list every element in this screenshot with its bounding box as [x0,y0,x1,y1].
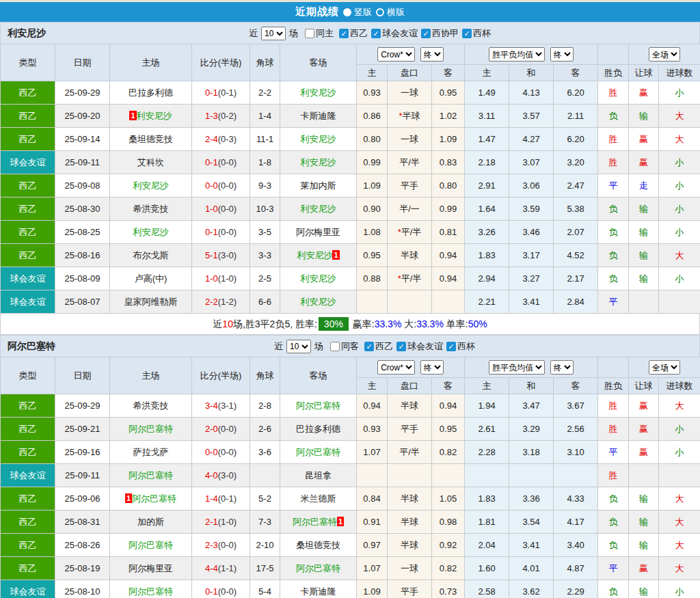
odds-home-cell: 1.09 [357,174,388,198]
team-name-text: 利安尼沙 [301,204,336,214]
avg-draw-cell: 3.07 [509,151,554,174]
result-wl-cell: 负 [598,198,629,221]
recent-count-select[interactable]: 10 [286,340,311,353]
date-cell: 25-08-10 [55,580,110,598]
vertical-radio-label[interactable]: 竖版 [354,6,372,18]
away-team-cell: 阿尔巴塞特1 [280,511,357,534]
result-handicap-cell [629,290,659,314]
col-avg-win: 主 [465,378,509,394]
type-cell: 西乙 [1,174,55,198]
scope-select[interactable]: 全场 [649,47,680,62]
avg-win-cell [465,464,509,487]
col-score: 比分(半场) [192,357,250,394]
avg-draw-cell: 3.06 [509,174,554,198]
result-handicap-cell: 赢 [629,151,659,174]
result-wl-cell: 平 [598,441,629,464]
team-name-text: 利安尼沙 [297,250,332,260]
odds-state-select[interactable]: 终 [420,360,444,375]
horizontal-radio-label[interactable]: 横版 [387,6,405,18]
date-cell: 25-08-31 [55,511,110,534]
team-name-text: 利安尼沙 [133,227,169,237]
match-row: 西乙25-09-201利安尼沙1-3(0-2)1-4卡斯迪隆0.86*半球1.0… [1,105,700,128]
col-avg-win: 主 [465,65,509,81]
team-name-text: 卡斯迪隆 [301,586,336,597]
result-wl-cell: 负 [598,580,629,598]
odds-handicap-cell: 一球 [388,81,432,105]
halftime-score: (0-3) [218,134,237,144]
odds-company-select[interactable]: Crow* [377,360,415,375]
league-checkbox[interactable]: ✓西杯 [462,27,491,40]
handicap-text: 半球 [401,250,418,260]
home-team-cell: 加的斯 [110,511,192,534]
checkbox-checked-icon[interactable]: ✓ [396,342,406,351]
col-odds-home: 主 [357,378,388,394]
avg-lose-cell: 2.11 [554,105,598,128]
checkbox-label: 西协甲 [432,27,459,40]
checkbox-checked-icon[interactable]: ✓ [371,29,381,38]
odds-select-group: Crow* 终 [357,44,465,65]
odds-home-cell: 0.84 [357,487,388,511]
team-name-text: 艾科坎 [137,157,164,167]
league-checkbox[interactable]: ✓球会友谊 [371,27,418,40]
same-venue-checkbox[interactable]: 同客 [330,340,359,353]
summary-part: 单率: [444,318,468,329]
date-cell: 25-09-29 [55,394,110,418]
halftime-score: (3-0) [218,470,237,480]
same-venue-checkbox[interactable]: 同主 [305,27,334,40]
checkbox-checked-icon[interactable]: ✓ [462,29,472,38]
checkbox-checked-icon[interactable]: ✓ [364,342,374,351]
odds-handicap-cell: 平手 [388,174,432,198]
date-cell: 25-09-20 [55,105,110,128]
odds-away-cell: 0.80 [432,174,465,198]
match-row: 西乙25-09-29巴拉多利德0-1(0-1)2-2利安尼沙0.93一球0.95… [1,81,700,105]
avg-state-select[interactable]: 终 [550,47,574,62]
away-team-cell: 桑坦德竞技 [280,534,357,557]
checkbox-checked-icon[interactable]: ✓ [339,29,349,38]
recent-matches-table-team1: 类型 日期 主场 比分(半场) 角球 客场 Crow* 终 胜平负均值 终 全场 [0,44,700,314]
corner-cell: 3-6 [250,441,280,464]
odds-away-cell: 1.02 [432,105,465,128]
score-cell: 3-4(3-1) [192,394,250,418]
date-cell: 25-08-25 [55,221,110,244]
recent-count-select[interactable]: 10 [261,27,286,40]
checkbox-unchecked-icon[interactable] [305,29,314,38]
col-type: 类型 [1,357,55,394]
odds-away-cell: 0.94 [432,394,465,418]
league-checkbox[interactable]: ✓西杯 [446,340,475,353]
scope-select[interactable]: 全场 [649,360,680,375]
league-checkbox[interactable]: ✓球会友谊 [396,340,443,353]
away-team-cell: 利安尼沙 [280,290,357,314]
avg-win-cell: 3.11 [465,105,509,128]
checkbox-checked-icon[interactable]: ✓ [446,342,456,351]
col-result-wl: 胜负 [598,65,629,81]
odds-home-cell [357,290,388,314]
result-handicap-cell: 输 [629,267,659,290]
handicap-text: 平手 [401,586,418,597]
league-checkbox[interactable]: ✓西乙 [339,27,368,40]
checkbox-unchecked-icon[interactable] [330,342,340,351]
avg-type-select[interactable]: 胜平负均值 [489,47,545,62]
vertical-radio[interactable] [343,8,351,16]
handicap-text: 平手 [401,424,418,434]
away-team-cell: 阿尔巴塞特 [280,441,357,464]
league-checkbox[interactable]: ✓西协甲 [421,27,459,40]
team2-filters: 近 10 场 同客 ✓西乙✓球会友谊✓西杯 [273,340,475,353]
corner-cell: 17-5 [250,557,280,580]
horizontal-radio[interactable] [376,8,384,16]
odds-company-select[interactable]: Crow* [377,47,415,62]
page-title: 近期战绩 [295,5,339,18]
team-name-text: 利安尼沙 [301,157,336,167]
fulltime-score: 5-1 [205,250,218,260]
team-name-text: 利安尼沙 [301,273,336,284]
away-team-cell: 阿尔巴塞特 [280,557,357,580]
avg-state-select[interactable]: 终 [550,360,574,375]
checkbox-checked-icon[interactable]: ✓ [421,29,431,38]
halftime-score: (1-1) [218,563,237,573]
handicap-text: 半/一 [399,204,420,214]
league-checkbox[interactable]: ✓西乙 [364,340,393,353]
odds-state-select[interactable]: 终 [420,47,444,62]
result-goals-cell: 小 [659,418,700,441]
avg-type-select[interactable]: 胜平负均值 [489,360,545,375]
home-team-cell: 阿尔巴塞特 [110,580,192,598]
red-card-badge: 1 [337,517,344,526]
